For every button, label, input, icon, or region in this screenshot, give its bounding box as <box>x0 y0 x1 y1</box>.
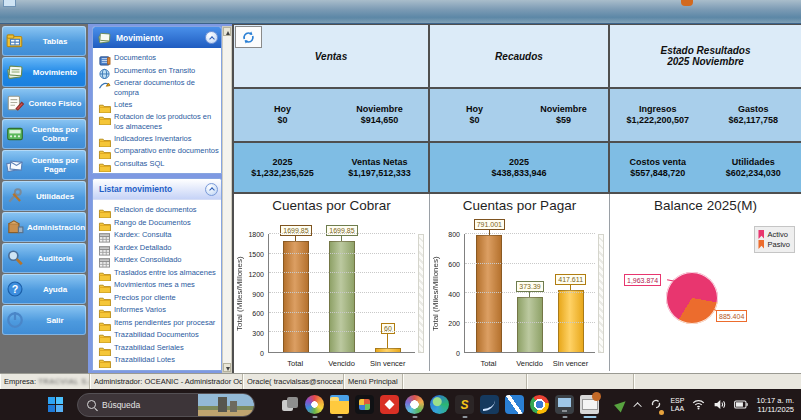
menu-item-generar-documentos-de-compra[interactable]: Generar documentos de compra <box>97 77 219 97</box>
menu-item-rango-de-documentos[interactable]: Rango de Documentos <box>97 217 219 228</box>
language-indicator[interactable]: ESPLAA <box>670 397 684 413</box>
sidebar-item-cuentas-por-cobrar[interactable]: Cuentas por Cobrar <box>2 119 86 149</box>
menu-item-documentos-en-transito[interactable]: Documentos en Transito <box>97 65 219 76</box>
sidebar-item-tablas[interactable]: Tablas <box>2 26 86 56</box>
menu-section-1: Listar movimientoRelacion de documentosR… <box>92 178 222 371</box>
volume-icon[interactable] <box>713 399 726 410</box>
table-icon <box>98 242 111 253</box>
database-app-icon[interactable] <box>579 393 600 417</box>
sync-tray-icon[interactable] <box>650 396 662 414</box>
widgets-icon[interactable] <box>304 393 325 417</box>
taskbar-search[interactable]: Búsqueda <box>77 393 255 417</box>
gridline <box>465 263 595 264</box>
ventas-anio-cell: 2025$1,232,235,525 <box>234 143 331 192</box>
edge-icon[interactable] <box>429 393 450 417</box>
menu-item-precios-por-cliente[interactable]: Precios por cliente <box>97 292 219 303</box>
sidebar-item-conteo-fisico[interactable]: Conteo Fisico <box>2 88 86 118</box>
file-explorer-icon[interactable] <box>329 393 350 417</box>
statusbar-admin: Administrador: OCEANIC - Administrador O… <box>90 374 243 389</box>
sidebar-item-auditoria[interactable]: Auditoria <box>2 243 86 273</box>
menu-area: MovimientoDocumentosDocumentos en Transi… <box>88 24 232 373</box>
color-circle-app-icon[interactable] <box>404 393 425 417</box>
menu-item-label: Comparativo entre documentos <box>114 145 219 156</box>
scroll-up-arrow[interactable] <box>223 27 231 36</box>
start-button[interactable] <box>48 397 63 412</box>
menu-item-kardex-consulta[interactable]: Kardex: Consulta <box>97 229 219 240</box>
sidebar-item-label: Auditoria <box>27 254 86 263</box>
task-view-icon[interactable] <box>279 393 300 417</box>
menu-item-label: Informes Varios <box>114 304 166 315</box>
menu-item-documentos[interactable]: Documentos <box>97 52 219 63</box>
sidebar-item-label: Movimiento <box>27 68 86 77</box>
plot-edge-hatch <box>598 234 604 353</box>
ventas-mes-cell: Noviembre$914,650 <box>331 89 428 141</box>
menu-item-rotacion-de-los-productos-en-los-almacenes[interactable]: Rotacion de los productos en los almacen… <box>97 111 219 131</box>
green-cursor-icon[interactable] <box>614 397 629 412</box>
search-daily-image[interactable] <box>198 393 254 417</box>
bar-value-label: 791.001 <box>474 219 505 230</box>
menu-item-kardex-detallado[interactable]: Kardex Detallado <box>97 242 219 253</box>
vscode-icon <box>505 395 524 414</box>
sidebar-item-utilidades[interactable]: Utilidades <box>2 181 86 211</box>
sidebar-item-cuentas-por-pagar[interactable]: Cuentas por Pagar <box>2 150 86 180</box>
sidebar-item-label: Utilidades <box>27 192 86 201</box>
recaudos-hoy-cell: Hoy$0 <box>430 89 519 141</box>
remote-desktop-icon[interactable] <box>554 393 575 417</box>
menu-item-indicadores-inventarios[interactable]: Indicadores Inventarios <box>97 133 219 144</box>
menu-item-movimientos-mes-a-mes[interactable]: Movimientos mes a mes <box>97 279 219 290</box>
menu-item-informes-varios[interactable]: Informes Varios <box>97 304 219 315</box>
y-axis-tick: 0 <box>456 350 460 357</box>
sidebar-item-label: Cuentas por Pagar <box>27 156 86 174</box>
wifi-icon[interactable] <box>692 399 705 410</box>
section-header[interactable]: Movimiento <box>93 27 221 48</box>
audit-icon <box>5 249 25 267</box>
sidebar-item-administración[interactable]: Administración <box>2 212 86 242</box>
search-placeholder: Búsqueda <box>102 400 192 410</box>
menu-item-lotes[interactable]: Lotes <box>97 99 219 110</box>
menu-item-relacion-de-documentos[interactable]: Relacion de documentos <box>97 204 219 215</box>
y-axis-tick: 1800 <box>248 231 264 238</box>
tray-chevron-up-icon[interactable] <box>634 402 642 410</box>
movement-icon <box>5 63 25 81</box>
chart-cuentas-por-cobrar: Cuentas por Cobrar Total (Miles/Millones… <box>234 194 430 371</box>
vscode-icon[interactable] <box>504 393 525 417</box>
sidebar-item-salir[interactable]: Salir <box>2 305 86 335</box>
menu-item-items-pendientes-por-procesar[interactable]: Items pendientes por procesar <box>97 317 219 328</box>
folder-icon <box>98 279 111 290</box>
battery-icon[interactable] <box>734 400 748 409</box>
ventas-netas-cell: Ventas Netas$1,197,512,333 <box>331 143 428 192</box>
menu-item-label: Lotes <box>114 99 132 110</box>
collapse-chevron-icon[interactable] <box>205 183 218 196</box>
menu-item-label: Relacion de documentos <box>114 204 197 215</box>
chart-app-icon[interactable] <box>479 393 500 417</box>
menu-scrollbar[interactable] <box>222 26 232 373</box>
refresh-button[interactable] <box>235 26 262 48</box>
bolt-app-icon[interactable]: S <box>454 393 475 417</box>
menu-item-trazabilidad-lotes[interactable]: Trazabilidad Lotes <box>97 354 219 365</box>
menu-item-trazabilidad-seriales[interactable]: Trazabilidad Seriales <box>97 342 219 353</box>
menu-item-comparativo-entre-documentos[interactable]: Comparativo entre documentos <box>97 145 219 156</box>
menu-item-trazabilidad-documentos[interactable]: Trazabilidad Documentos <box>97 329 219 340</box>
gridline <box>269 233 415 234</box>
menu-item-traslados-entre-los-almacenes[interactable]: Traslados entre los almacenes <box>97 267 219 278</box>
menu-item-label: Kardex Detallado <box>114 242 172 253</box>
red-diamond-app-icon[interactable] <box>379 393 400 417</box>
menu-item-consultas-sql[interactable]: Consultas SQL <box>97 158 219 169</box>
microsoft-store-icon[interactable] <box>354 393 375 417</box>
background-window-button[interactable] <box>3 0 16 7</box>
search-icon <box>87 400 96 409</box>
bar-group-vencido: 373.39 <box>512 234 549 352</box>
statusbar-empty-2 <box>527 374 634 389</box>
menu-item-kardex-consolidado[interactable]: Kardex Consolidado <box>97 254 219 265</box>
gridline <box>269 272 415 273</box>
taskbar-pinned-icons: S <box>279 393 600 417</box>
system-tray: ESPLAA <box>636 396 801 414</box>
menu-item-label: Documentos <box>114 52 156 63</box>
taskbar-clock[interactable]: 10:17 a. m. 11/11/2025 <box>756 396 794 414</box>
section-header[interactable]: Listar movimiento <box>93 179 221 200</box>
collapse-chevron-icon[interactable] <box>205 31 218 44</box>
sidebar-item-ayuda[interactable]: ?Ayuda <box>2 274 86 304</box>
sidebar-item-movimiento[interactable]: Movimiento <box>2 57 86 87</box>
scroll-down-arrow[interactable] <box>223 363 231 372</box>
chrome-icon[interactable] <box>529 393 550 417</box>
